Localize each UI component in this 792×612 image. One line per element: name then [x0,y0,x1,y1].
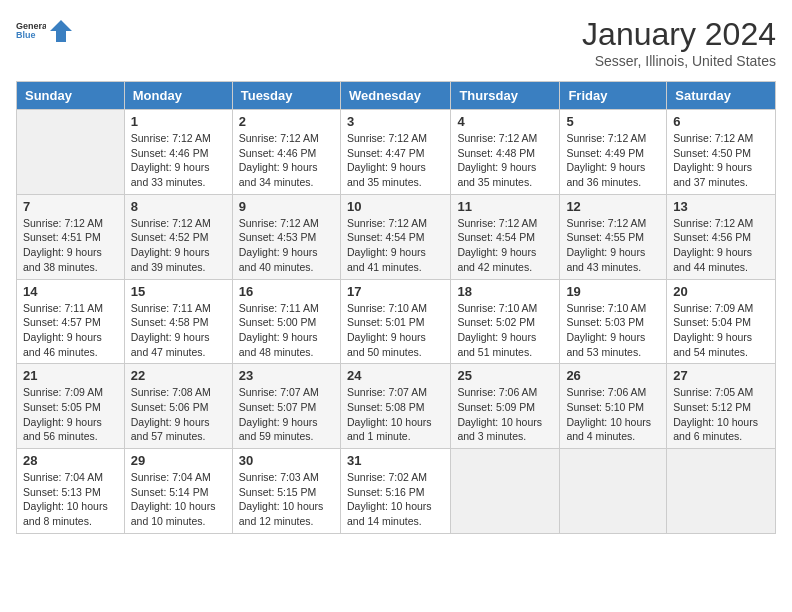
calendar-header-row: SundayMondayTuesdayWednesdayThursdayFrid… [17,82,776,110]
calendar-cell: 21Sunrise: 7:09 AM Sunset: 5:05 PM Dayli… [17,364,125,449]
day-info: Sunrise: 7:10 AM Sunset: 5:03 PM Dayligh… [566,301,660,360]
calendar-cell: 23Sunrise: 7:07 AM Sunset: 5:07 PM Dayli… [232,364,340,449]
calendar-cell: 20Sunrise: 7:09 AM Sunset: 5:04 PM Dayli… [667,279,776,364]
day-number: 25 [457,368,553,383]
day-number: 10 [347,199,444,214]
calendar-cell: 9Sunrise: 7:12 AM Sunset: 4:53 PM Daylig… [232,194,340,279]
week-row-5: 28Sunrise: 7:04 AM Sunset: 5:13 PM Dayli… [17,449,776,534]
svg-text:General: General [16,21,46,31]
day-info: Sunrise: 7:12 AM Sunset: 4:49 PM Dayligh… [566,131,660,190]
calendar-cell: 27Sunrise: 7:05 AM Sunset: 5:12 PM Dayli… [667,364,776,449]
calendar-cell: 25Sunrise: 7:06 AM Sunset: 5:09 PM Dayli… [451,364,560,449]
day-info: Sunrise: 7:10 AM Sunset: 5:02 PM Dayligh… [457,301,553,360]
day-number: 13 [673,199,769,214]
calendar-cell: 31Sunrise: 7:02 AM Sunset: 5:16 PM Dayli… [340,449,450,534]
day-number: 5 [566,114,660,129]
day-number: 27 [673,368,769,383]
day-info: Sunrise: 7:04 AM Sunset: 5:13 PM Dayligh… [23,470,118,529]
calendar-cell: 8Sunrise: 7:12 AM Sunset: 4:52 PM Daylig… [124,194,232,279]
calendar-cell: 11Sunrise: 7:12 AM Sunset: 4:54 PM Dayli… [451,194,560,279]
day-number: 6 [673,114,769,129]
day-info: Sunrise: 7:09 AM Sunset: 5:04 PM Dayligh… [673,301,769,360]
day-number: 7 [23,199,118,214]
day-number: 29 [131,453,226,468]
header-thursday: Thursday [451,82,560,110]
header-saturday: Saturday [667,82,776,110]
day-info: Sunrise: 7:12 AM Sunset: 4:50 PM Dayligh… [673,131,769,190]
calendar-cell: 28Sunrise: 7:04 AM Sunset: 5:13 PM Dayli… [17,449,125,534]
calendar-cell: 17Sunrise: 7:10 AM Sunset: 5:01 PM Dayli… [340,279,450,364]
day-number: 30 [239,453,334,468]
day-info: Sunrise: 7:06 AM Sunset: 5:10 PM Dayligh… [566,385,660,444]
day-number: 16 [239,284,334,299]
calendar-cell: 14Sunrise: 7:11 AM Sunset: 4:57 PM Dayli… [17,279,125,364]
calendar-cell [667,449,776,534]
day-number: 9 [239,199,334,214]
header-sunday: Sunday [17,82,125,110]
calendar-cell: 24Sunrise: 7:07 AM Sunset: 5:08 PM Dayli… [340,364,450,449]
day-info: Sunrise: 7:03 AM Sunset: 5:15 PM Dayligh… [239,470,334,529]
header-tuesday: Tuesday [232,82,340,110]
calendar-cell: 2Sunrise: 7:12 AM Sunset: 4:46 PM Daylig… [232,110,340,195]
logo-icon: General Blue [16,16,46,46]
day-info: Sunrise: 7:12 AM Sunset: 4:56 PM Dayligh… [673,216,769,275]
day-number: 4 [457,114,553,129]
day-info: Sunrise: 7:02 AM Sunset: 5:16 PM Dayligh… [347,470,444,529]
day-info: Sunrise: 7:09 AM Sunset: 5:05 PM Dayligh… [23,385,118,444]
day-info: Sunrise: 7:11 AM Sunset: 4:58 PM Dayligh… [131,301,226,360]
calendar-cell: 1Sunrise: 7:12 AM Sunset: 4:46 PM Daylig… [124,110,232,195]
day-info: Sunrise: 7:07 AM Sunset: 5:08 PM Dayligh… [347,385,444,444]
day-info: Sunrise: 7:10 AM Sunset: 5:01 PM Dayligh… [347,301,444,360]
calendar-cell: 6Sunrise: 7:12 AM Sunset: 4:50 PM Daylig… [667,110,776,195]
logo-arrow-icon [50,20,72,42]
calendar-cell: 19Sunrise: 7:10 AM Sunset: 5:03 PM Dayli… [560,279,667,364]
day-info: Sunrise: 7:05 AM Sunset: 5:12 PM Dayligh… [673,385,769,444]
calendar-cell: 13Sunrise: 7:12 AM Sunset: 4:56 PM Dayli… [667,194,776,279]
calendar-cell [17,110,125,195]
day-number: 18 [457,284,553,299]
day-number: 22 [131,368,226,383]
day-info: Sunrise: 7:04 AM Sunset: 5:14 PM Dayligh… [131,470,226,529]
day-info: Sunrise: 7:12 AM Sunset: 4:51 PM Dayligh… [23,216,118,275]
calendar-cell: 29Sunrise: 7:04 AM Sunset: 5:14 PM Dayli… [124,449,232,534]
calendar-cell: 10Sunrise: 7:12 AM Sunset: 4:54 PM Dayli… [340,194,450,279]
day-number: 12 [566,199,660,214]
week-row-3: 14Sunrise: 7:11 AM Sunset: 4:57 PM Dayli… [17,279,776,364]
svg-marker-2 [50,20,72,42]
day-number: 31 [347,453,444,468]
calendar-cell: 18Sunrise: 7:10 AM Sunset: 5:02 PM Dayli… [451,279,560,364]
week-row-4: 21Sunrise: 7:09 AM Sunset: 5:05 PM Dayli… [17,364,776,449]
calendar-cell: 7Sunrise: 7:12 AM Sunset: 4:51 PM Daylig… [17,194,125,279]
day-number: 28 [23,453,118,468]
day-number: 11 [457,199,553,214]
header-monday: Monday [124,82,232,110]
day-info: Sunrise: 7:12 AM Sunset: 4:54 PM Dayligh… [457,216,553,275]
calendar-cell: 3Sunrise: 7:12 AM Sunset: 4:47 PM Daylig… [340,110,450,195]
day-number: 17 [347,284,444,299]
day-number: 3 [347,114,444,129]
day-info: Sunrise: 7:12 AM Sunset: 4:55 PM Dayligh… [566,216,660,275]
week-row-2: 7Sunrise: 7:12 AM Sunset: 4:51 PM Daylig… [17,194,776,279]
calendar-table: SundayMondayTuesdayWednesdayThursdayFrid… [16,81,776,534]
day-number: 20 [673,284,769,299]
location-title: Sesser, Illinois, United States [582,53,776,69]
day-info: Sunrise: 7:12 AM Sunset: 4:47 PM Dayligh… [347,131,444,190]
calendar-cell: 5Sunrise: 7:12 AM Sunset: 4:49 PM Daylig… [560,110,667,195]
logo: General Blue [16,16,72,46]
calendar-cell: 30Sunrise: 7:03 AM Sunset: 5:15 PM Dayli… [232,449,340,534]
day-info: Sunrise: 7:11 AM Sunset: 5:00 PM Dayligh… [239,301,334,360]
page-header: General Blue January 2024 Sesser, Illino… [16,16,776,69]
day-number: 24 [347,368,444,383]
day-number: 15 [131,284,226,299]
day-number: 14 [23,284,118,299]
calendar-cell: 16Sunrise: 7:11 AM Sunset: 5:00 PM Dayli… [232,279,340,364]
calendar-cell: 12Sunrise: 7:12 AM Sunset: 4:55 PM Dayli… [560,194,667,279]
day-info: Sunrise: 7:12 AM Sunset: 4:48 PM Dayligh… [457,131,553,190]
day-number: 26 [566,368,660,383]
calendar-cell [451,449,560,534]
day-info: Sunrise: 7:06 AM Sunset: 5:09 PM Dayligh… [457,385,553,444]
day-number: 2 [239,114,334,129]
day-number: 8 [131,199,226,214]
calendar-cell: 26Sunrise: 7:06 AM Sunset: 5:10 PM Dayli… [560,364,667,449]
day-info: Sunrise: 7:11 AM Sunset: 4:57 PM Dayligh… [23,301,118,360]
